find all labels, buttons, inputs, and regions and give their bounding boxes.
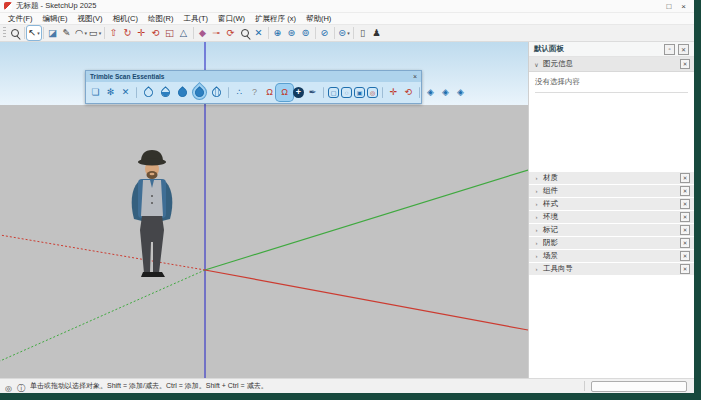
paint-bucket-tool[interactable]: ◆ (196, 26, 210, 40)
warehouse-tool[interactable]: ⊜▾ (337, 26, 351, 40)
tape-measure-tool[interactable]: ⊸ (210, 26, 224, 40)
photo-textures-tool[interactable]: ⊚ (299, 26, 313, 40)
panel-scenes[interactable]: › 场景 ✕ (529, 250, 694, 262)
clear-location-tool[interactable]: ⊘ (318, 26, 332, 40)
close-button[interactable]: × (681, 0, 686, 13)
move-tool[interactable]: ✛ (135, 26, 149, 40)
panel-tags[interactable]: › 标记 ✕ (529, 224, 694, 236)
menu-draw[interactable]: 绘图(R) (144, 14, 177, 24)
region-target[interactable]: ◎ (367, 87, 378, 98)
magnet-snap-active[interactable]: Ω (278, 86, 291, 99)
figure-shoe (141, 272, 154, 277)
chevron-right-icon: › (533, 266, 540, 272)
tray-close-button[interactable]: ✕ (678, 44, 689, 55)
zoom-extents-tool[interactable]: ✕ (252, 26, 266, 40)
geolocation-icon[interactable]: ◎ (5, 384, 12, 393)
menu-file[interactable]: 文件(F) (4, 14, 37, 24)
pushpull-tool[interactable]: ⇧ (107, 26, 121, 40)
move-scan[interactable]: ✛ (387, 86, 400, 99)
tool-glyph: ⊕ (274, 28, 282, 38)
scan-toolbar-close-icon[interactable]: × (413, 73, 417, 80)
tray-panel-close-button[interactable]: ✕ (680, 186, 690, 196)
followme-tool[interactable]: ↻ (121, 26, 135, 40)
point-cloud-hatched[interactable] (210, 86, 223, 99)
point-cloud-sparse[interactable] (159, 86, 172, 99)
magnet-snap[interactable]: Ω (263, 86, 276, 99)
tool-glyph: ✎ (63, 28, 71, 38)
tray-panel-close-button[interactable]: ✕ (680, 264, 690, 274)
remove-scan-button[interactable]: ✕ (119, 86, 132, 99)
point-cloud-active[interactable] (193, 86, 206, 99)
rotate-tool[interactable]: ⟲ (149, 26, 163, 40)
region-box[interactable]: ▢ (328, 87, 339, 98)
add-point[interactable]: + (293, 87, 304, 98)
scan-plane-x[interactable]: ◈ (424, 86, 437, 99)
scan-toolbar-titlebar[interactable]: Trimble Scan Essentials × (86, 71, 421, 82)
toolbar-grip[interactable] (3, 27, 6, 39)
panel-instructor[interactable]: › 工具向导 ✕ (529, 263, 694, 275)
scale-figure[interactable] (112, 146, 192, 284)
measurements-input[interactable] (591, 381, 687, 392)
point-cloud-dense[interactable] (176, 86, 189, 99)
maximize-button[interactable]: □ (666, 0, 671, 13)
add-location-tool[interactable]: ⊕ (271, 26, 285, 40)
search-tool[interactable] (8, 26, 22, 40)
menu-window[interactable]: 窗口(W) (214, 14, 249, 24)
zoom-tool[interactable] (238, 26, 252, 40)
separator (419, 87, 420, 98)
scan-settings-button[interactable]: ✻ (104, 86, 117, 99)
tray-panel-close-button[interactable]: ✕ (680, 199, 690, 209)
menu-view[interactable]: 视图(V) (74, 14, 107, 24)
pick-measure[interactable]: ✒ (306, 86, 319, 99)
new-document-tool[interactable]: ▯ (356, 26, 370, 40)
tray-panel-close-button[interactable]: ✕ (680, 173, 690, 183)
panel-environments[interactable]: › 环境 ✕ (529, 211, 694, 223)
scan-plane-z[interactable]: ◈ (454, 86, 467, 99)
entity-info-header[interactable]: ∨ 图元信息 ✕ (529, 57, 694, 72)
menu-edit[interactable]: 编辑(E) (39, 14, 72, 24)
toggle-terrain-tool[interactable]: ⊛ (285, 26, 299, 40)
entity-info-close-button[interactable]: ✕ (680, 59, 690, 69)
tray-panel-close-button[interactable]: ✕ (680, 225, 690, 235)
tool-glyph: ⊚ (302, 28, 310, 38)
arc-tool[interactable]: ◠▾ (74, 26, 88, 40)
chevron-right-icon: › (533, 175, 540, 181)
panel-components[interactable]: › 组件 ✕ (529, 185, 694, 197)
region-filled[interactable]: ▣ (354, 87, 365, 98)
person-component-tool[interactable]: ♟ (370, 26, 384, 40)
point-density[interactable]: ∴ (233, 86, 246, 99)
open-scan-button[interactable]: ❏ (89, 86, 102, 99)
point-inspect[interactable]: ? (248, 86, 261, 99)
tray-panel-label: 环境 (543, 212, 677, 222)
tray-panel-close-button[interactable]: ✕ (680, 238, 690, 248)
menu-tools[interactable]: 工具(T) (179, 14, 212, 24)
panel-materials[interactable]: › 材质 ✕ (529, 172, 694, 184)
tool-glyph: ✕ (255, 28, 263, 38)
desktop-background: 无标题 - SketchUp 2025 □ × 文件(F)编辑(E)视图(V)相… (0, 0, 701, 400)
menu-extensions[interactable]: 扩展程序 (x) (251, 14, 300, 24)
scan-toolbar-icons: ❏✻✕∴?ΩΩ+✒▢◌▣◎✛⟲◈◈◈ (86, 82, 421, 103)
tool-glyph: ↻ (124, 28, 132, 38)
tray-panel-close-button[interactable]: ✕ (680, 212, 690, 222)
panel-styles[interactable]: › 样式 ✕ (529, 198, 694, 210)
scale-tool[interactable]: ◱ (163, 26, 177, 40)
protractor-tool[interactable]: △ (177, 26, 191, 40)
rotate-scan[interactable]: ⟲ (402, 86, 415, 99)
menu-help[interactable]: 帮助(H) (302, 14, 335, 24)
line-tool[interactable]: ✎ (60, 26, 74, 40)
orbit-tool[interactable]: ⟳ (224, 26, 238, 40)
shapes-tool[interactable]: ▭▾ (88, 26, 102, 40)
panel-shadows[interactable]: › 阴影 ✕ (529, 237, 694, 249)
region-dashed[interactable]: ◌ (341, 87, 352, 98)
select-tool[interactable]: ↖▾ (27, 26, 41, 40)
menu-camera[interactable]: 相机(C) (109, 14, 142, 24)
caret-down-icon: ▾ (347, 31, 350, 36)
info-icon[interactable]: ⓘ (17, 384, 25, 393)
tray-panel-close-button[interactable]: ✕ (680, 251, 690, 261)
tray-pin-button[interactable]: ▫ (664, 44, 675, 55)
eraser-tool[interactable]: ◪ (46, 26, 60, 40)
scan-plane-y[interactable]: ◈ (439, 86, 452, 99)
point-cloud-hidden[interactable] (142, 86, 155, 99)
drawing-viewport[interactable]: Trimble Scan Essentials × ❏✻✕∴?ΩΩ+✒▢◌▣◎✛… (0, 42, 528, 378)
separator (193, 27, 194, 39)
